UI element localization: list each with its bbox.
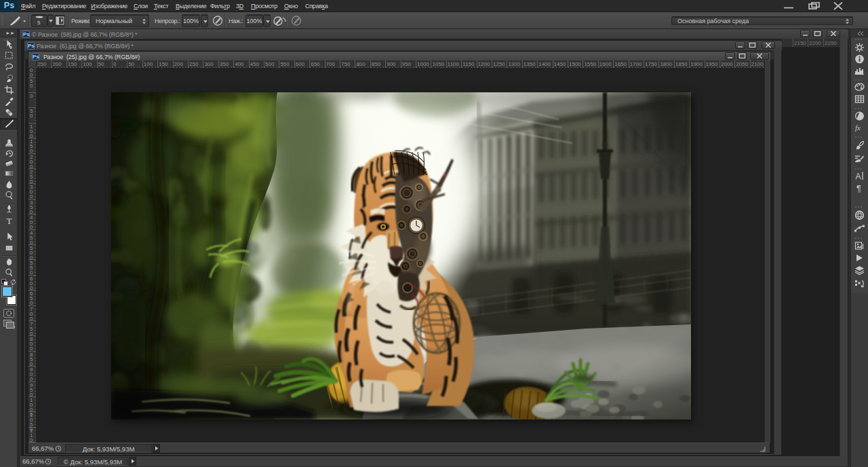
svg-text:5: 5 — [37, 20, 41, 26]
svg-text:fx: fx — [855, 124, 861, 132]
svg-text:T: T — [6, 216, 12, 226]
svg-text:¶: ¶ — [856, 183, 861, 193]
svg-text:A: A — [855, 172, 861, 181]
